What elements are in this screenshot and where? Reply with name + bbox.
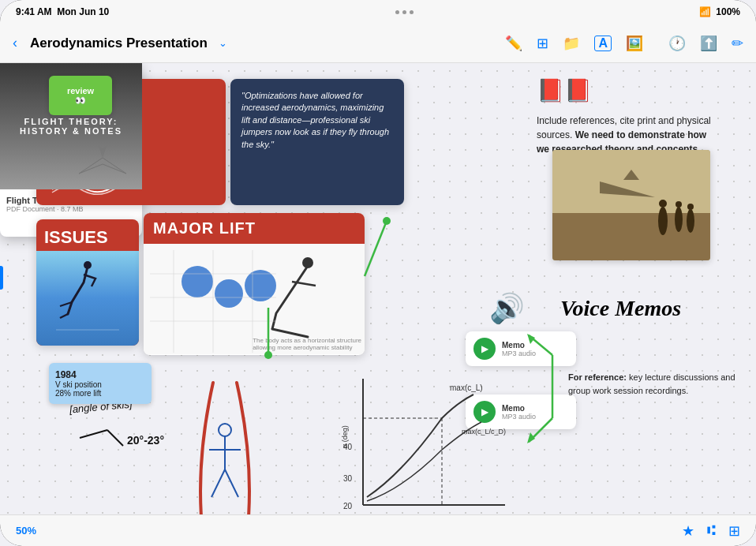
folder-icon[interactable]: 📁 xyxy=(563,35,580,52)
review-emoji: 👀 xyxy=(75,95,86,106)
review-label: review xyxy=(67,86,94,95)
reference-block: 📕📕 Include references, cite print and ph… xyxy=(537,74,718,156)
flight-title: FLIGHT THEORY: xyxy=(20,117,122,126)
svg-point-38 xyxy=(219,424,231,436)
svg-text:max(c_L): max(c_L) xyxy=(450,383,483,392)
toolbar: ‹ Aerodynamics Presentation ⌄ ✏️ ⊞ 📁 A 🖼… xyxy=(0,24,756,63)
ski-illustration xyxy=(182,375,284,514)
memo-ref-text: For reference: key lecture discussions a… xyxy=(568,371,742,397)
svg-point-13 xyxy=(675,207,683,232)
svg-point-11 xyxy=(658,207,668,235)
svg-point-15 xyxy=(687,209,694,233)
svg-line-41 xyxy=(211,469,225,497)
angle-value-annotation: 20°-23° xyxy=(76,422,178,456)
star-icon[interactable]: ★ xyxy=(682,522,694,540)
svg-line-42 xyxy=(225,469,238,497)
grid-bottom-icon[interactable]: ⊞ xyxy=(728,522,740,540)
svg-text:α (deg): α (deg) xyxy=(341,425,349,448)
status-time: 9:41 AM Mon Jun 10 xyxy=(16,6,109,17)
zoom-level[interactable]: 50% xyxy=(16,525,36,537)
network-icon[interactable]: ⑆ xyxy=(707,522,716,540)
major-lift-header: MAJOR LIFT xyxy=(144,213,365,244)
svg-text:max(c_L/c_D): max(c_L/c_D) xyxy=(462,428,506,436)
book-icon: 📕📕 xyxy=(537,74,718,107)
quote-text: "Optimizations have allowed for increase… xyxy=(241,90,393,151)
historical-photo xyxy=(552,150,710,260)
text-icon[interactable]: A xyxy=(594,36,612,51)
bottom-bar: 50% ★ ⑆ ⊞ xyxy=(0,514,756,546)
chart-area: 20 30 40 α (deg) max(c_L) max(c_L/c_D) xyxy=(339,371,513,514)
voice-memo-1[interactable]: ▶ Memo MP3 audio xyxy=(466,331,576,366)
svg-marker-8 xyxy=(527,432,535,443)
image-icon[interactable]: 🖼️ xyxy=(626,35,643,52)
svg-line-0 xyxy=(365,221,387,276)
sticky-line3: 28% more lift xyxy=(55,389,145,398)
svg-point-20 xyxy=(245,270,276,301)
svg-line-44 xyxy=(107,430,123,446)
slide-quote[interactable]: "Optimizations have allowed for increase… xyxy=(230,79,404,205)
pencil-icon[interactable]: ✏️ xyxy=(505,35,522,52)
memo-info-1: Memo MP3 audio xyxy=(502,341,536,357)
ipad-frame: 9:41 AM Mon Jun 10 📶 100% ‹ Aerodynamics… xyxy=(0,0,756,546)
share-icon[interactable]: ⬆️ xyxy=(700,35,717,52)
edit-icon[interactable]: ✏ xyxy=(732,35,743,52)
sticky-year: 1984 xyxy=(55,369,145,380)
toolbar-icons: ✏️ ⊞ 📁 A 🖼️ xyxy=(505,35,643,52)
battery-text: 100% xyxy=(716,6,740,17)
svg-point-16 xyxy=(687,204,694,210)
audio-speaker-icon[interactable]: 🔊 xyxy=(489,292,525,325)
svg-rect-10 xyxy=(552,213,710,260)
status-right: 📶 100% xyxy=(699,6,740,17)
info-sticky[interactable]: 1984 V ski position 28% more lift xyxy=(49,363,152,404)
canvas-area[interactable]: review 👀 NSDYNAMICSN SKISTANCEPARADOXNS … xyxy=(0,63,756,514)
bottom-icons: ★ ⑆ ⊞ xyxy=(682,522,740,540)
voice-memos-title: Voice Memos xyxy=(560,296,681,321)
review-sticky[interactable]: review 👀 xyxy=(49,76,112,115)
svg-point-1 xyxy=(383,217,391,225)
svg-point-21 xyxy=(302,257,313,268)
flight-subtitle: HISTORY & NOTES xyxy=(20,126,122,136)
svg-text:20: 20 xyxy=(343,502,353,510)
status-bar: 9:41 AM Mon Jun 10 📶 100% xyxy=(0,0,756,24)
voice-memos-label: Voice Memos xyxy=(560,296,681,320)
svg-text:20°-23°: 20°-23° xyxy=(127,434,164,447)
status-dots xyxy=(395,10,414,14)
title-chevron[interactable]: ⌄ xyxy=(219,37,227,49)
play-button-1[interactable]: ▶ xyxy=(473,338,496,360)
svg-point-12 xyxy=(659,200,667,208)
toolbar-right-icons: 🕐 ⬆️ ✏ xyxy=(668,35,743,52)
svg-point-14 xyxy=(676,201,682,208)
sticky-line2: V ski position xyxy=(55,380,145,389)
svg-point-17 xyxy=(84,261,92,269)
back-button[interactable]: ‹ xyxy=(13,35,17,51)
svg-point-19 xyxy=(215,279,243,308)
svg-point-18 xyxy=(182,266,213,297)
memo-ref-bold: For reference: xyxy=(568,372,629,382)
svg-line-43 xyxy=(80,430,107,438)
document-title: Aerodynamics Presentation xyxy=(30,36,208,51)
slide-major-lift[interactable]: MAJOR LIFT xyxy=(144,213,365,355)
slide-issues[interactable]: ISSUES xyxy=(36,219,139,346)
edge-tab[interactable] xyxy=(0,266,3,290)
clock-icon[interactable]: 🕐 xyxy=(668,35,686,52)
svg-text:30: 30 xyxy=(343,474,353,483)
wifi-icon: 📶 xyxy=(699,6,711,17)
grid-icon[interactable]: ⊞ xyxy=(537,35,548,52)
